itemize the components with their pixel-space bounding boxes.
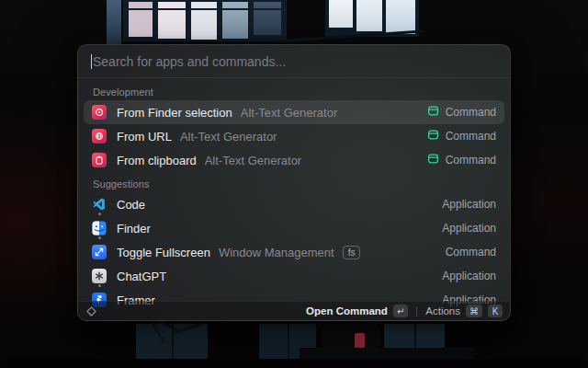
footer-bar: Open Command ↵ Actions ⌘ K xyxy=(78,301,510,320)
wallpaper-window-left xyxy=(123,0,287,41)
item-title: Toggle Fullscreen xyxy=(117,246,210,259)
list-item-finder[interactable]: Finder Application xyxy=(84,216,504,240)
cmd-key-badge: ⌘ xyxy=(466,305,482,317)
item-type-label: Application xyxy=(442,198,496,211)
footer-divider xyxy=(416,306,417,316)
raycast-logo-icon xyxy=(85,305,97,317)
item-subtitle: Alt-Text Generator xyxy=(180,130,277,144)
item-type-label: Application xyxy=(442,222,496,235)
running-indicator xyxy=(98,236,101,239)
wallpaper-dark-object xyxy=(322,324,380,348)
item-type-label: Command xyxy=(446,106,496,119)
text-caret xyxy=(91,54,92,69)
launcher-window: Development From Finder selection Alt-Te… xyxy=(77,44,511,321)
command-terminal-icon xyxy=(427,152,439,168)
search-bar xyxy=(78,45,510,78)
item-title: From Finder selection xyxy=(117,106,232,120)
running-indicator xyxy=(98,284,101,287)
enter-key-badge: ↵ xyxy=(393,305,408,317)
clipboard-icon xyxy=(92,153,107,167)
command-terminal-icon xyxy=(427,104,439,121)
item-subtitle: Window Management xyxy=(219,246,334,259)
section-header-suggestions: Suggestions xyxy=(84,172,504,192)
item-subtitle: Alt-Text Generator xyxy=(241,106,338,120)
results-list: Development From Finder selection Alt-Te… xyxy=(78,78,510,312)
open-command-button[interactable]: Open Command xyxy=(306,305,388,316)
wallpaper-lower-window xyxy=(136,324,208,362)
list-item-chatgpt[interactable]: ChatGPT Application xyxy=(84,264,504,288)
section-header-development: Development xyxy=(84,80,504,100)
item-type-label: Application xyxy=(442,270,496,282)
item-title: Finder xyxy=(117,222,151,236)
window-management-icon xyxy=(92,245,107,259)
wallpaper-window-pillar xyxy=(107,0,121,44)
wallpaper-floor-shadow xyxy=(0,359,588,368)
finder-icon xyxy=(92,221,107,236)
list-item-from-finder-selection[interactable]: From Finder selection Alt-Text Generator… xyxy=(84,100,504,124)
item-type-label: Command xyxy=(446,130,496,143)
command-terminal-icon xyxy=(427,128,439,144)
list-item-code[interactable]: Code Application xyxy=(84,192,504,216)
list-item-from-url[interactable]: From URL Alt-Text Generator Command xyxy=(84,124,504,148)
globe-icon xyxy=(92,129,107,144)
list-item-toggle-fullscreen[interactable]: Toggle Fullscreen Window Management fs C… xyxy=(84,240,504,264)
list-item-from-clipboard[interactable]: From clipboard Alt-Text Generator Comman… xyxy=(84,148,504,172)
chatgpt-icon xyxy=(92,269,107,283)
item-title: From clipboard xyxy=(117,154,197,167)
vscode-icon xyxy=(92,197,107,212)
running-indicator xyxy=(98,213,101,215)
search-input[interactable] xyxy=(78,45,510,77)
item-type-label: Command xyxy=(446,154,496,167)
item-title: ChatGPT xyxy=(117,270,166,283)
item-subtitle: Alt-Text Generator xyxy=(205,154,302,167)
image-icon xyxy=(92,105,107,120)
alias-badge: fs xyxy=(343,246,361,259)
item-title: From URL xyxy=(117,130,172,144)
item-title: Code xyxy=(117,198,145,212)
actions-button[interactable]: Actions xyxy=(425,305,460,316)
item-type-label: Command xyxy=(446,246,496,259)
k-key-badge: K xyxy=(488,305,503,317)
